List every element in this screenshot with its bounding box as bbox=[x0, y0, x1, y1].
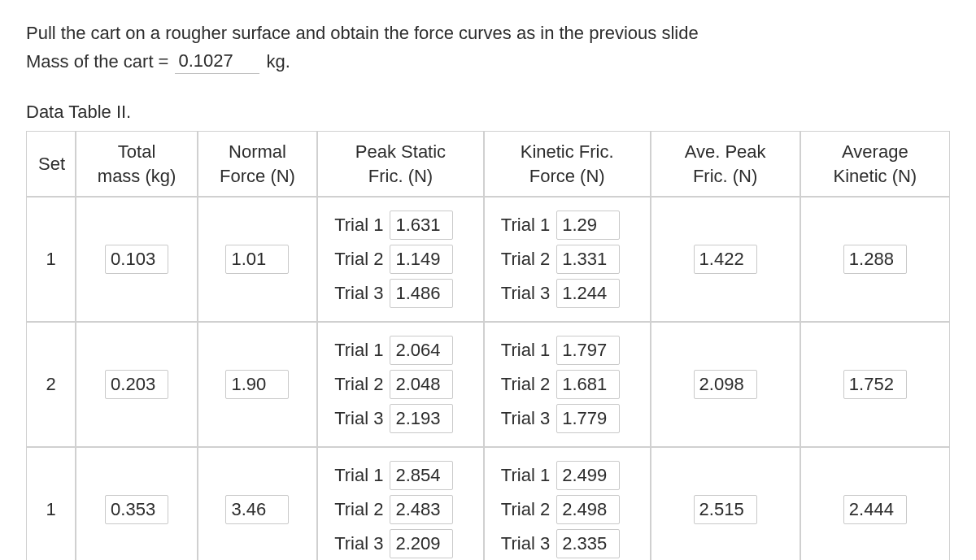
ave-peak-cell: 1.422 bbox=[651, 197, 800, 322]
trial-label: Trial 3 bbox=[334, 533, 383, 554]
col-header-ave-kin-l1: Average bbox=[842, 141, 908, 162]
trial-label: Trial 1 bbox=[334, 340, 383, 361]
table-row: 2 0.203 1.90 Trial 12.064 Trial 22.048 T… bbox=[26, 322, 950, 447]
kinetic-trial1-input[interactable]: 2.499 bbox=[556, 461, 620, 490]
worksheet-page: Pull the cart on a rougher surface and o… bbox=[0, 0, 976, 560]
peak-trial2-input[interactable]: 2.048 bbox=[390, 370, 453, 399]
kinetic-trial2-input[interactable]: 1.681 bbox=[556, 370, 620, 399]
peak-trial2-input[interactable]: 1.149 bbox=[390, 245, 453, 274]
kinetic-fric-cell: Trial 11.29 Trial 21.331 Trial 31.244 bbox=[484, 197, 651, 322]
instruction-text: Pull the cart on a rougher surface and o… bbox=[26, 23, 950, 44]
peak-trial1-input[interactable]: 2.064 bbox=[390, 336, 453, 365]
col-header-set: Set bbox=[26, 131, 76, 197]
peak-trial2-input[interactable]: 2.483 bbox=[390, 495, 453, 524]
peak-trial1-input[interactable]: 1.631 bbox=[390, 211, 453, 240]
normal-force-input[interactable]: 3.46 bbox=[225, 495, 289, 524]
trial-label: Trial 2 bbox=[334, 249, 383, 270]
trial-label: Trial 3 bbox=[501, 533, 550, 554]
peak-trial3-input[interactable]: 2.193 bbox=[390, 404, 453, 433]
mass-of-cart-line: Mass of the cart = 0.1027 kg. bbox=[26, 49, 950, 74]
ave-peak-input[interactable]: 2.515 bbox=[694, 495, 757, 524]
table-body: 1 0.103 1.01 Trial 11.631 Trial 21.149 T… bbox=[26, 197, 950, 560]
kinetic-trial2-input[interactable]: 2.498 bbox=[556, 495, 620, 524]
trial-label: Trial 1 bbox=[501, 215, 550, 236]
col-header-peak-l1: Peak Static bbox=[355, 141, 446, 162]
total-mass-input[interactable]: 0.353 bbox=[105, 495, 168, 524]
table-header-row: Set Total mass (kg) Normal Force (N) Pea… bbox=[26, 131, 950, 197]
trial-label: Trial 3 bbox=[501, 408, 550, 429]
ave-kinetic-input[interactable]: 2.444 bbox=[843, 495, 907, 524]
trial-label: Trial 2 bbox=[501, 499, 550, 520]
set-number: 1 bbox=[26, 447, 76, 560]
col-header-kinetic-fric: Kinetic Fric. Force (N) bbox=[484, 131, 651, 197]
normal-force-input[interactable]: 1.90 bbox=[225, 370, 289, 399]
normal-force-input[interactable]: 1.01 bbox=[225, 245, 289, 274]
trial-label: Trial 1 bbox=[501, 340, 550, 361]
set-number: 2 bbox=[26, 322, 76, 447]
table-title: Data Table II. bbox=[26, 102, 950, 123]
col-header-ave-peak-l2: Fric. (N) bbox=[693, 166, 757, 186]
ave-peak-input[interactable]: 1.422 bbox=[694, 245, 757, 274]
col-header-peak-static: Peak Static Fric. (N) bbox=[317, 131, 484, 197]
col-header-ave-kin-l2: Kinetic (N) bbox=[834, 166, 917, 186]
trial-label: Trial 1 bbox=[334, 465, 383, 486]
kinetic-trial3-input[interactable]: 1.244 bbox=[556, 279, 620, 308]
col-header-ave-kinetic: Average Kinetic (N) bbox=[800, 131, 950, 197]
total-mass-input[interactable]: 0.103 bbox=[105, 245, 168, 274]
col-header-peak-l2: Fric. (N) bbox=[368, 166, 433, 186]
trial-label: Trial 2 bbox=[334, 374, 383, 395]
col-header-kinetic-l1: Kinetic Fric. bbox=[521, 141, 614, 162]
col-header-total-mass-l2: mass (kg) bbox=[98, 166, 176, 186]
peak-trial1-input[interactable]: 2.854 bbox=[390, 461, 453, 490]
trial-label: Trial 2 bbox=[501, 249, 550, 270]
kinetic-trial2-input[interactable]: 1.331 bbox=[556, 245, 620, 274]
col-header-ave-peak: Ave. Peak Fric. (N) bbox=[651, 131, 800, 197]
trial-label: Trial 2 bbox=[501, 374, 550, 395]
col-header-total-mass-l1: Total bbox=[118, 141, 155, 162]
col-header-total-mass: Total mass (kg) bbox=[76, 131, 197, 197]
mass-of-cart-input[interactable]: 0.1027 bbox=[175, 49, 259, 74]
table-row: 1 0.103 1.01 Trial 11.631 Trial 21.149 T… bbox=[26, 197, 950, 322]
data-table-2: Set Total mass (kg) Normal Force (N) Pea… bbox=[26, 131, 950, 560]
ave-kinetic-input[interactable]: 1.288 bbox=[843, 245, 907, 274]
mass-prefix-label: Mass of the cart = bbox=[26, 51, 168, 72]
normal-force-cell: 1.01 bbox=[198, 197, 317, 322]
col-header-kinetic-l2: Force (N) bbox=[529, 166, 605, 186]
col-header-normal-l1: Normal bbox=[229, 141, 286, 162]
trial-label: Trial 1 bbox=[334, 215, 383, 236]
ave-kinetic-cell: 1.288 bbox=[800, 197, 950, 322]
kinetic-trial3-input[interactable]: 1.779 bbox=[556, 404, 620, 433]
peak-trial3-input[interactable]: 1.486 bbox=[390, 279, 453, 308]
col-header-normal-l2: Force (N) bbox=[220, 166, 295, 186]
ave-kinetic-input[interactable]: 1.752 bbox=[843, 370, 907, 399]
kinetic-trial1-input[interactable]: 1.29 bbox=[556, 211, 620, 240]
kinetic-trial1-input[interactable]: 1.797 bbox=[556, 336, 620, 365]
mass-unit-label: kg. bbox=[266, 51, 290, 72]
total-mass-input[interactable]: 0.203 bbox=[105, 370, 168, 399]
total-mass-cell: 0.103 bbox=[76, 197, 197, 322]
ave-peak-input[interactable]: 2.098 bbox=[694, 370, 757, 399]
trial-label: Trial 3 bbox=[334, 408, 383, 429]
trial-label: Trial 3 bbox=[334, 283, 383, 304]
peak-trial3-input[interactable]: 2.209 bbox=[390, 529, 453, 558]
kinetic-trial3-input[interactable]: 2.335 bbox=[556, 529, 620, 558]
trial-label: Trial 3 bbox=[501, 283, 550, 304]
trial-label: Trial 2 bbox=[334, 499, 383, 520]
col-header-ave-peak-l1: Ave. Peak bbox=[685, 141, 766, 162]
table-row: 1 0.353 3.46 Trial 12.854 Trial 22.483 T… bbox=[26, 447, 950, 560]
peak-static-cell: Trial 11.631 Trial 21.149 Trial 31.486 bbox=[317, 197, 484, 322]
trial-label: Trial 1 bbox=[501, 465, 550, 486]
set-number: 1 bbox=[26, 197, 76, 322]
col-header-normal-force: Normal Force (N) bbox=[198, 131, 317, 197]
